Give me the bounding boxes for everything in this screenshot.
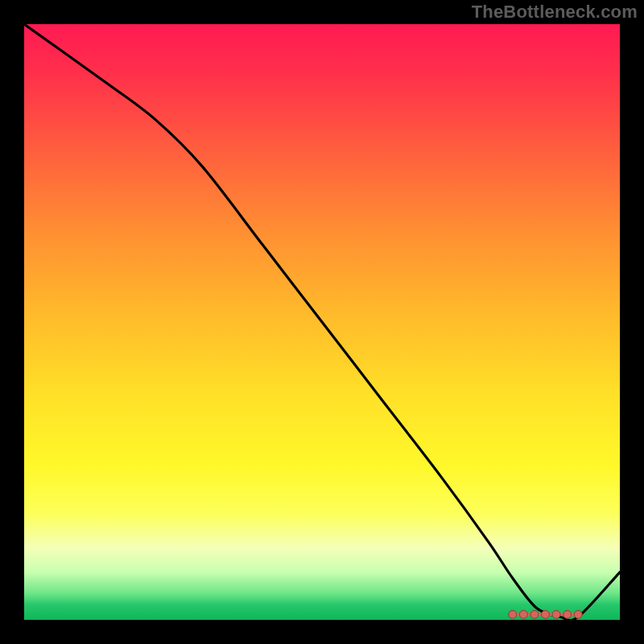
trough-marker-dot [542, 610, 550, 618]
watermark-text: TheBottleneck.com [472, 2, 638, 23]
trough-marker-dot [530, 610, 539, 618]
chart-frame: TheBottleneck.com [0, 0, 644, 644]
trough-marker-dot [509, 610, 517, 618]
bottleneck-curve-path [24, 24, 620, 620]
trough-marker-dot [519, 610, 527, 618]
trough-marker-dot [574, 610, 582, 618]
trough-marker-group [509, 610, 582, 618]
curve-layer [24, 24, 620, 620]
plot-area [24, 24, 620, 620]
trough-marker-dot [552, 610, 560, 618]
trough-marker-dot [564, 610, 572, 618]
